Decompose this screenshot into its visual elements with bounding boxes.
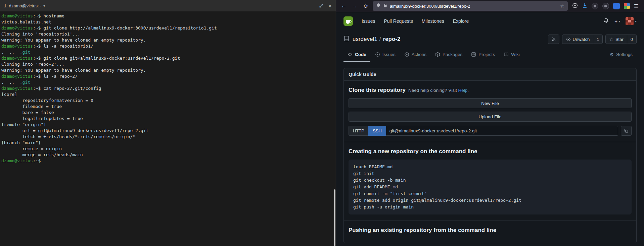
terminal-scrollbar[interactable] [334, 11, 335, 246]
extension-glyph [594, 5, 596, 7]
watch-count[interactable]: 1 [593, 35, 602, 44]
nav-item-explore[interactable]: Explore [449, 16, 473, 26]
notifications-bell-icon[interactable] [603, 18, 609, 25]
terminal-scrollbar-thumb[interactable] [334, 189, 335, 246]
gitea-logo[interactable] [343, 16, 353, 26]
tab-issues[interactable]: Issues [371, 48, 400, 62]
tab-actions[interactable]: Actions [400, 48, 430, 62]
extension-icon-3[interactable] [613, 3, 620, 9]
browser-toolbar: ← → ⟳ almalinux9-docker:3000/usrdevel1/r… [336, 0, 644, 12]
user-menu[interactable]: ▾ [626, 17, 637, 25]
terminal-line: filemode = true [1, 104, 336, 110]
extension-icon-2[interactable] [602, 3, 609, 9]
browser-window: ← → ⟳ almalinux9-docker:3000/usrdevel1/r… [336, 0, 644, 246]
url-bar[interactable]: almalinux9-docker:3000/usrdevel1/repo-2 … [373, 1, 568, 11]
terminal-line: warning: You appear to have cloned an em… [1, 67, 336, 73]
tab-label: Issues [382, 52, 396, 57]
eye-icon [566, 37, 571, 42]
repo-owner-link[interactable]: usrdevel1 [353, 36, 377, 43]
chevron-down-icon[interactable]: ▾ [43, 4, 45, 8]
quick-guide-body: Clone this repository Need help cloning?… [344, 81, 636, 243]
reload-button[interactable]: ⟳ [362, 2, 370, 10]
unwatch-button[interactable]: Unwatch 1 [562, 35, 603, 44]
repo-action-buttons: Unwatch 1 ☆ Star 0 [548, 35, 637, 44]
clone-url-input[interactable] [386, 126, 618, 136]
terminal-titlebar[interactable]: 1: dzamo@victus:~ ▾ ⤢ × [0, 0, 336, 11]
tracking-protection-icon[interactable] [376, 3, 381, 9]
star-label: Star [615, 37, 624, 42]
gitea-page: Issues Pull Requests Milestones Explore … [336, 12, 644, 246]
lock-icon[interactable] [383, 3, 387, 9]
star-label-segment[interactable]: ☆ Star [606, 35, 627, 44]
user-avatar[interactable] [626, 17, 634, 25]
terminal-output: dzamo@victus:~$ hostnamevictus.balaitus.… [1, 13, 336, 164]
url-text[interactable]: almalinux9-docker:3000/usrdevel1/repo-2 [390, 4, 558, 9]
bookmark-star-icon[interactable]: ☆ [560, 3, 564, 9]
downloads-icon[interactable] [582, 3, 588, 10]
terminal-line: repositoryformatversion = 0 [1, 98, 336, 104]
nav-item-milestones[interactable]: Milestones [418, 16, 448, 26]
http-toggle-button[interactable]: HTTP [349, 126, 368, 136]
back-button[interactable]: ← [339, 2, 348, 10]
nav-item-issues[interactable]: Issues [358, 16, 379, 26]
tab-label: Settings [616, 52, 633, 57]
terminal-line: logallrefupdates = true [1, 116, 336, 122]
unwatch-label: Unwatch [573, 37, 590, 42]
repo-name-link[interactable]: repo-2 [383, 36, 400, 43]
terminal-line: dzamo@victus:~$ hostname [1, 13, 336, 19]
upload-file-button[interactable]: Upload File [349, 112, 632, 122]
extension-icon-1[interactable] [592, 3, 598, 9]
repo-header: usrdevel1 / repo-2 Unwatch 1 [336, 30, 644, 48]
rss-feed-button[interactable] [548, 35, 559, 44]
close-window-icon[interactable]: × [328, 3, 332, 9]
terminal-body[interactable]: dzamo@victus:~$ hostnamevictus.balaitus.… [0, 11, 336, 246]
tab-wiki[interactable]: Wiki [500, 48, 524, 62]
terminal-line: remote = origin [1, 146, 336, 152]
profile-avatar[interactable] [624, 3, 630, 9]
tab-label: Packages [443, 52, 462, 57]
issue-circle-icon [375, 52, 380, 57]
repo-title: usrdevel1 / repo-2 [353, 36, 400, 43]
star-button[interactable]: ☆ Star 0 [605, 35, 637, 44]
menu-icon[interactable]: ☰ [634, 3, 639, 9]
unwatch-label-segment[interactable]: Unwatch [562, 35, 593, 44]
terminal-line: victus.balaitus.net [1, 19, 336, 25]
create-new-button[interactable]: + ▾ [614, 18, 620, 24]
terminal-line: dzamo@victus:~$ git clone git@almalinux9… [1, 55, 336, 61]
terminal-line: dzamo@victus:~$ ls -a repositorio1/ [1, 43, 336, 49]
terminal-line: [core] [1, 91, 336, 98]
terminal-line: fetch = +refs/heads/*:refs/remotes/origi… [1, 134, 336, 140]
terminal-line: Cloning into 'repo-2'... [1, 61, 336, 67]
quick-guide-header: Quick Guide [344, 68, 636, 81]
new-file-button[interactable]: New File [349, 98, 632, 108]
terminal-line: . .. .git [1, 79, 336, 85]
terminal-title: 1: dzamo@victus:~ [4, 3, 41, 8]
forward-button[interactable]: → [351, 2, 359, 10]
nav-item-pull-requests[interactable]: Pull Requests [380, 16, 417, 26]
terminal-line: dzamo@victus:~$ ls -a repo-2/ [1, 73, 336, 79]
star-count[interactable]: 0 [627, 35, 636, 44]
tab-code[interactable]: Code [343, 48, 370, 62]
tab-bar-spacer [524, 48, 605, 62]
copy-url-button[interactable] [621, 126, 632, 136]
gear-icon: ⚙ [610, 52, 614, 57]
ssh-toggle-button[interactable]: SSH [368, 126, 386, 136]
tab-projects[interactable]: Projects [467, 48, 499, 62]
help-link[interactable]: Help [458, 88, 467, 93]
chevron-down-icon: ▾ [635, 19, 637, 23]
tab-settings[interactable]: ⚙ Settings [606, 48, 637, 62]
section-divider [344, 221, 636, 221]
package-icon [435, 52, 440, 57]
terminal-line: url = git@almalinux9-docker:usrdevel1/re… [1, 128, 336, 134]
pocket-icon[interactable] [572, 3, 578, 10]
repo-icon [343, 36, 350, 43]
terminal-line: dzamo@victus:~$ git clone http://almalin… [1, 25, 336, 31]
screen: 1: dzamo@victus:~ ▾ ⤢ × dzamo@victus:~$ … [0, 0, 644, 246]
terminal-window: 1: dzamo@victus:~ ▾ ⤢ × dzamo@victus:~$ … [0, 0, 336, 246]
terminal-line: merge = refs/heads/main [1, 152, 336, 158]
restore-window-icon[interactable]: ⤢ [319, 3, 323, 8]
gitea-navbar: Issues Pull Requests Milestones Explore … [336, 12, 644, 30]
tab-packages[interactable]: Packages [431, 48, 466, 62]
terminal-line: [branch "main"] [1, 140, 336, 146]
repo-tab-bar: Code Issues Actions Packages Projects [336, 48, 644, 62]
